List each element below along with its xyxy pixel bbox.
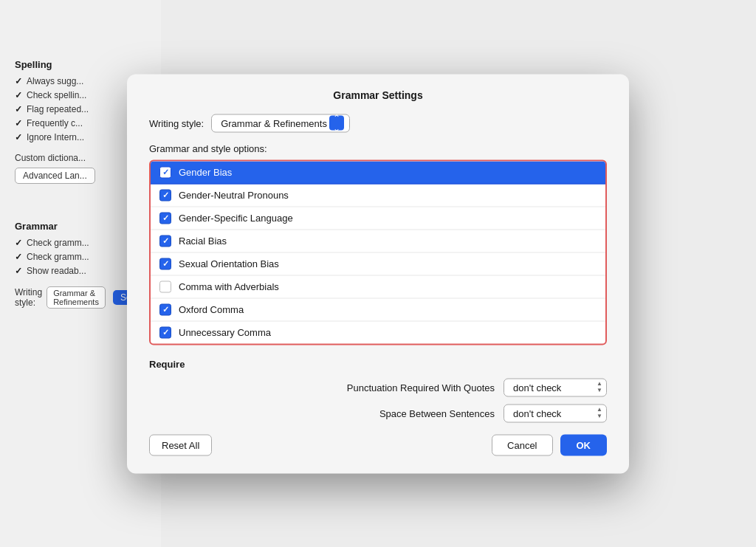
require-section: Require Punctuation Required With Quotes…	[149, 358, 607, 422]
checkbox-sexual-orientation[interactable]: ✓	[159, 258, 171, 269]
option-comma-adverbials[interactable]: Comma with Adverbials	[151, 275, 605, 298]
checkmark-icon: ✓	[15, 90, 22, 100]
checkmark-icon: ✓	[162, 260, 169, 268]
writing-style-select-wrapper: Grammar & Refinements ⌃⌄	[211, 114, 350, 132]
writing-style-label: Writing style:	[149, 117, 204, 128]
option-label-comma-adverbials: Comma with Adverbials	[179, 281, 279, 292]
option-oxford-comma[interactable]: ✓ Oxford Comma	[151, 298, 605, 321]
option-gender-specific[interactable]: ✓ Gender-Specific Language	[151, 207, 605, 230]
option-label-gender-bias: Gender Bias	[179, 167, 232, 178]
option-label-gender-neutral: Gender-Neutral Pronouns	[179, 190, 289, 201]
checkbox-gender-neutral[interactable]: ✓	[159, 189, 171, 201]
option-racial-bias[interactable]: ✓ Racial Bias	[151, 230, 605, 252]
checkmark-icon: ✓	[15, 76, 22, 86]
checkmark-icon: ✓	[162, 191, 169, 199]
option-label-oxford-comma: Oxford Comma	[179, 304, 244, 315]
option-label-unnecessary-comma: Unnecessary Comma	[179, 327, 271, 338]
checkmark-icon: ✓	[162, 168, 169, 176]
checkmark-icon: ✓	[15, 238, 22, 248]
checkmark-icon: ✓	[162, 328, 169, 337]
writing-style-row: Writing style: Grammar & Refinements ⌃⌄	[149, 114, 607, 132]
require-title: Require	[149, 358, 607, 369]
grammar-options-list: ✓ Gender Bias ✓ Gender-Neutral Pronouns …	[149, 159, 607, 345]
space-between-row: Space Between Sentences don't check ▲ ▼	[149, 404, 607, 422]
advanced-language-button[interactable]: Advanced Lan...	[15, 168, 95, 184]
checkbox-racial-bias[interactable]: ✓	[159, 235, 171, 247]
grammar-settings-dialog: Grammar Settings Writing style: Grammar …	[127, 74, 629, 473]
checkbox-oxford-comma[interactable]: ✓	[159, 303, 171, 315]
checkmark-icon: ✓	[162, 237, 169, 245]
spelling-section-title: Spelling	[15, 59, 149, 70]
checkmark-icon: ✓	[162, 306, 169, 314]
option-label-gender-specific: Gender-Specific Language	[179, 213, 293, 224]
option-gender-neutral[interactable]: ✓ Gender-Neutral Pronouns	[151, 184, 605, 207]
checkbox-gender-specific[interactable]: ✓	[159, 212, 171, 224]
space-between-select-wrapper: don't check ▲ ▼	[504, 404, 607, 422]
option-label-sexual-orientation: Sexual Orientation Bias	[179, 258, 279, 269]
checkmark-icon: ✓	[15, 252, 22, 262]
reset-all-button[interactable]: Reset All	[149, 434, 212, 455]
space-between-select[interactable]: don't check	[504, 404, 607, 422]
option-gender-bias[interactable]: ✓ Gender Bias	[151, 161, 605, 184]
punctuation-select[interactable]: don't check	[504, 378, 607, 396]
punctuation-select-wrapper: don't check ▲ ▼	[504, 378, 607, 396]
punctuation-label: Punctuation Required With Quotes	[347, 382, 495, 393]
checkmark-icon: ✓	[15, 104, 22, 114]
checkmark-icon: ✓	[15, 118, 22, 128]
bottom-buttons: Reset All Cancel OK	[149, 434, 607, 455]
dialog-title: Grammar Settings	[149, 89, 607, 100]
bg-style-select[interactable]: Grammar & Refinements	[47, 286, 106, 309]
checkbox-comma-adverbials[interactable]	[159, 281, 171, 292]
grammar-options-label: Grammar and style options:	[149, 142, 607, 154]
checkmark-icon: ✓	[15, 132, 22, 142]
cancel-button[interactable]: Cancel	[492, 434, 552, 455]
checkbox-gender-bias[interactable]: ✓	[159, 166, 171, 178]
checkmark-icon: ✓	[162, 214, 169, 222]
ok-button[interactable]: OK	[560, 434, 608, 455]
option-sexual-orientation[interactable]: ✓ Sexual Orientation Bias	[151, 252, 605, 275]
punctuation-row: Punctuation Required With Quotes don't c…	[149, 378, 607, 396]
space-between-label: Space Between Sentences	[379, 407, 495, 419]
action-buttons: Cancel OK	[492, 434, 607, 455]
option-unnecessary-comma[interactable]: ✓ Unnecessary Comma	[151, 321, 605, 343]
option-label-racial-bias: Racial Bias	[179, 235, 227, 247]
checkmark-icon: ✓	[15, 266, 22, 276]
writing-style-select[interactable]: Grammar & Refinements	[211, 114, 350, 132]
checkbox-unnecessary-comma[interactable]: ✓	[159, 326, 171, 338]
